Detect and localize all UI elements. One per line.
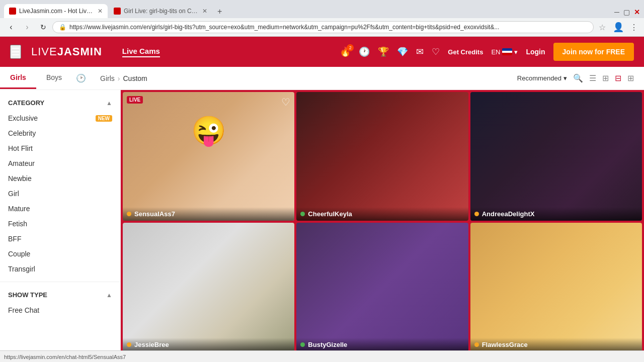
category-girl[interactable]: Girl: [0, 186, 120, 201]
tab-boys[interactable]: Boys: [36, 67, 72, 89]
lock-icon: 🔒: [59, 24, 66, 31]
cam-overlay-3: AndreeaDelightX: [470, 207, 642, 221]
maximize-button[interactable]: ▢: [623, 8, 630, 16]
cam-overlay-6: FlawlessGrace: [470, 338, 642, 350]
performer-name-3: AndreeaDelightX: [482, 210, 535, 218]
status-bar: https://livejasmin.com/en/chat-html5/Sen…: [0, 350, 644, 362]
sort-dropdown[interactable]: Recommended ▾: [517, 74, 567, 82]
nav-icons: 🔥 2 🕐 🏆 💎 ✉ ♡ Get Credits EN ▾ Login Joi…: [340, 43, 634, 61]
smiley-emoji-1: 😜: [191, 114, 226, 147]
online-dot-1: [127, 212, 131, 216]
category-couple[interactable]: Couple: [0, 246, 120, 261]
category-section: Category ▲ Exclusive NEW Celebrity Hot F…: [0, 90, 120, 282]
get-credits-link[interactable]: Get Credits: [448, 48, 483, 56]
main-layout: Category ▲ Exclusive NEW Celebrity Hot F…: [0, 90, 644, 350]
history-button[interactable]: 🕑: [72, 69, 90, 87]
new-tab-button[interactable]: +: [213, 5, 226, 18]
category-fetish[interactable]: Fetish: [0, 216, 120, 231]
tab-favicon-2: [114, 8, 121, 15]
menu-icon[interactable]: ⋮: [628, 23, 640, 32]
browser-tabs: LiveJasmin.com - Hot Live Sex Sho... ✕ G…: [0, 0, 644, 18]
cam-card-6[interactable]: FlawlessGrace: [470, 223, 642, 350]
category-amateur[interactable]: Amateur: [0, 156, 120, 171]
online-dot-6: [474, 342, 479, 347]
clock-icon-button[interactable]: 🕐: [359, 46, 370, 57]
omnibar[interactable]: 🔒 https://www.livejasmin.com/en/girls/gi…: [52, 21, 594, 33]
site-logo: LIVEJASMIN: [31, 45, 102, 58]
cam-overlay-1: SensualAss7: [123, 207, 294, 221]
performer-name-4: JessieBree: [134, 341, 169, 348]
cam-card-4[interactable]: JessieBree: [123, 223, 294, 350]
tab-title-2: Girl Live: girl-big-tits on Cam | LiveJa…: [124, 8, 199, 15]
cam-card-1[interactable]: LIVE 😜 ♡ SensualAss7: [123, 92, 294, 221]
new-badge-exclusive: NEW: [96, 115, 112, 122]
online-dot-3: [474, 212, 479, 216]
breadcrumb-custom: Custom: [123, 74, 147, 82]
tab-close-2[interactable]: ✕: [202, 8, 207, 15]
grid-medium-view-button[interactable]: ⊞: [602, 73, 609, 83]
browser-tab-1[interactable]: LiveJasmin.com - Hot Live Sex Sho... ✕: [4, 4, 108, 18]
profile-icon[interactable]: 👤: [611, 22, 626, 33]
show-type-section-header[interactable]: Show type ▲: [0, 287, 120, 303]
category-toggle-icon: ▲: [106, 100, 112, 107]
category-bff[interactable]: BFF: [0, 231, 120, 246]
category-hot-flirt[interactable]: Hot Flirt: [0, 141, 120, 156]
forward-button[interactable]: ›: [20, 20, 34, 34]
back-button[interactable]: ‹: [4, 20, 18, 34]
cam-card-5[interactable]: BustyGizelle: [296, 223, 468, 350]
show-type-free-chat[interactable]: Free Chat: [0, 303, 120, 318]
cam-card-3[interactable]: AndreeaDelightX: [470, 92, 642, 221]
category-mature[interactable]: Mature: [0, 201, 120, 216]
performer-name-5: BustyGizelle: [308, 341, 347, 348]
url-display: https://www.livejasmin.com/en/girls/girl…: [69, 24, 499, 31]
tab-favicon-1: [9, 8, 16, 15]
hamburger-menu[interactable]: ☰: [10, 45, 21, 59]
show-type-section: Show type ▲ Free Chat: [0, 282, 120, 323]
list-view-button[interactable]: ☰: [589, 73, 596, 83]
tab-title-1: LiveJasmin.com - Hot Live Sex Sho...: [19, 8, 95, 15]
reload-button[interactable]: ↻: [36, 20, 50, 34]
breadcrumb-girls[interactable]: Girls: [100, 74, 115, 82]
sort-label: Recommended: [517, 74, 561, 82]
performer-name-6: FlawlessGrace: [482, 341, 528, 348]
browser-tab-2[interactable]: Girl Live: girl-big-tits on Cam | LiveJa…: [109, 4, 212, 18]
breadcrumb: Girls › Custom: [100, 74, 147, 82]
performer-grid: LIVE 😜 ♡ SensualAss7 CheerfulKeyla: [123, 92, 642, 350]
login-button[interactable]: Login: [526, 48, 545, 56]
tab-girls[interactable]: Girls: [0, 67, 36, 89]
heart-button-1[interactable]: ♡: [281, 96, 290, 108]
show-type-title: Show type: [8, 291, 47, 299]
category-exclusive[interactable]: Exclusive NEW: [0, 111, 120, 126]
grid-large-view-button[interactable]: ⊟: [615, 73, 621, 83]
view-controls: Recommended ▾ 🔍 ☰ ⊞ ⊟ ⊞: [517, 73, 644, 83]
sidebar: Category ▲ Exclusive NEW Celebrity Hot F…: [0, 90, 121, 350]
search-icon-button[interactable]: 🔍: [573, 73, 583, 83]
cam-card-2[interactable]: CheerfulKeyla: [296, 92, 468, 221]
category-celebrity[interactable]: Celebrity: [0, 126, 120, 141]
star-icon[interactable]: ☆: [596, 23, 609, 32]
trophy-icon-button[interactable]: 🏆: [378, 46, 389, 57]
minimize-button[interactable]: ─: [614, 8, 619, 16]
category-transgirl[interactable]: Transgirl: [0, 261, 120, 277]
main-nav: Live Cams: [122, 47, 160, 57]
browser-chrome: LiveJasmin.com - Hot Live Sex Sho... ✕ G…: [0, 0, 644, 37]
grid-small-view-button[interactable]: ⊞: [627, 73, 634, 83]
category-newbie[interactable]: Newbie: [0, 171, 120, 186]
mail-icon-button[interactable]: ✉: [416, 46, 424, 57]
language-selector[interactable]: EN ▾: [491, 48, 518, 56]
breadcrumb-separator: ›: [118, 74, 120, 82]
category-section-header[interactable]: Category ▲: [0, 95, 120, 111]
site-header: ☰ LIVEJASMIN Live Cams 🔥 2 🕐 🏆 💎 ✉ ♡ Get…: [0, 37, 644, 67]
flame-icon-button[interactable]: 🔥 2: [340, 46, 351, 57]
join-button[interactable]: Join now for FREE: [553, 43, 634, 61]
show-type-toggle-icon: ▲: [106, 292, 112, 299]
diamond-icon-button[interactable]: 💎: [397, 46, 408, 57]
nav-live-cams[interactable]: Live Cams: [122, 47, 160, 57]
cam-overlay-4: JessieBree: [123, 338, 294, 350]
omnibar-row: ‹ › ↻ 🔒 https://www.livejasmin.com/en/gi…: [0, 18, 644, 36]
tab-close-1[interactable]: ✕: [98, 8, 103, 15]
heart-icon-button[interactable]: ♡: [432, 46, 440, 57]
sub-header: Girls Boys 🕑 Girls › Custom Recommended …: [0, 67, 644, 90]
close-window-button[interactable]: ✕: [634, 8, 640, 16]
flag-icon: [502, 48, 512, 55]
